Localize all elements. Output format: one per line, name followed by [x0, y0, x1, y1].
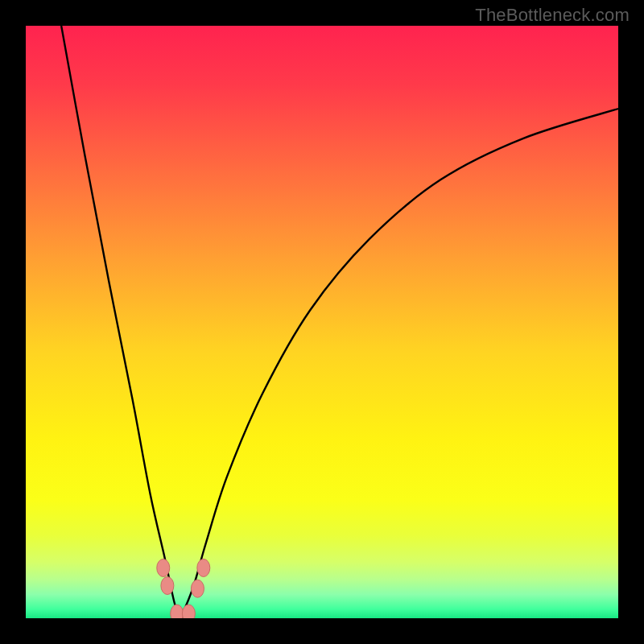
bottleneck-curve	[61, 26, 618, 618]
chart-stage: TheBottleneck.com	[0, 0, 644, 644]
marker-group	[157, 559, 210, 618]
left-branch-marker-upper	[157, 559, 170, 576]
right-branch-marker-lower	[191, 580, 204, 597]
plot-area	[26, 26, 618, 618]
left-branch-marker-lower	[161, 577, 174, 595]
valley-marker-left	[171, 605, 184, 618]
right-branch-marker-upper	[197, 559, 210, 576]
curve-layer	[26, 26, 618, 618]
watermark-label: TheBottleneck.com	[475, 5, 630, 26]
valley-marker-right	[182, 605, 195, 618]
